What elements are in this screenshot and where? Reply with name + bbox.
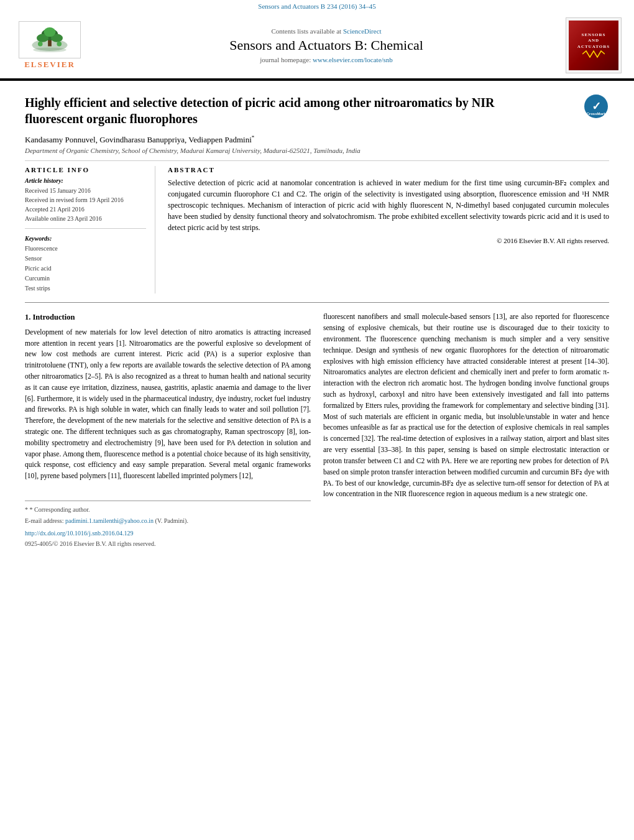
copyright-notice: © 2016 Elsevier B.V. All rights reserved… — [168, 237, 609, 244]
crossmark-svg: ✓ CrossMark — [586, 96, 606, 116]
article-info-abstract-row: ARTICLE INFO Article history: Received 1… — [25, 160, 609, 293]
intro-para-right: fluorescent nanofibers and small molecul… — [323, 312, 609, 500]
page: Sensors and Actuators B 234 (2016) 34–45 — [0, 0, 634, 840]
intro-para1: Development of new materials for low lev… — [25, 327, 311, 482]
sciencedirect-link[interactable]: ScienceDirect — [343, 27, 382, 35]
abstract-heading: ABSTRACT — [168, 166, 609, 173]
contents-line: Contents lists available at ScienceDirec… — [87, 27, 566, 35]
email-person-name: (V. Padmini). — [155, 517, 188, 524]
abstract-text: Selective detection of picric acid at na… — [168, 177, 609, 233]
keywords-label: Keywords: — [25, 235, 146, 242]
doi-block: http://dx.doi.org/10.1016/j.snb.2016.04.… — [25, 528, 311, 539]
keyword-test-strips: Test strips — [25, 284, 146, 293]
journal-ref: Sensors and Actuators B 234 (2016) 34–45 — [258, 2, 375, 10]
svg-text:CrossMark: CrossMark — [586, 112, 606, 116]
body-two-col: 1. Introduction Development of new mater… — [0, 312, 634, 548]
intro-title-text: Introduction — [33, 313, 75, 321]
corresponding-label: * Corresponding author. — [30, 506, 90, 513]
journal-header: ELSEVIER Contents lists available at Sci… — [0, 12, 634, 80]
elsevier-logo-image — [19, 21, 81, 58]
keywords-list: Keywords: Fluorescence Sensor Picric aci… — [25, 235, 146, 293]
corresponding-asterisk: * — [25, 506, 30, 513]
crossmark-badge: ✓ CrossMark — [584, 95, 609, 119]
abstract-col: ABSTRACT Selective detection of picric a… — [168, 166, 609, 293]
affiliation: Department of Organic Chemistry, School … — [25, 147, 609, 154]
homepage-text: journal homepage: — [260, 56, 311, 63]
article-title-row: Highly efficient and selective detection… — [25, 95, 609, 131]
elsevier-brand-text: ELSEVIER — [24, 60, 75, 70]
doi-link[interactable]: http://dx.doi.org/10.1016/j.snb.2016.04.… — [25, 530, 134, 537]
article-outer: Highly efficient and selective detection… — [0, 80, 634, 293]
svg-point-6 — [38, 42, 43, 47]
article-history-label: Article history: — [25, 177, 146, 184]
sensors-wave-icon — [582, 50, 605, 58]
keyword-picric-acid: Picric acid — [25, 264, 146, 274]
contents-text: Contents lists available at — [271, 27, 341, 35]
elsevier-logo: ELSEVIER — [12, 21, 87, 70]
body-left-col: 1. Introduction Development of new mater… — [25, 312, 311, 548]
article-area: Highly efficient and selective detection… — [0, 87, 634, 293]
footnote-separator — [25, 501, 311, 505]
crossmark-circle: ✓ CrossMark — [584, 95, 608, 118]
article-info-heading: ARTICLE INFO — [25, 166, 146, 173]
authors: Kandasamy Ponnuvel, Govindharasu Banuppr… — [25, 134, 609, 145]
sensors-logo-inner: SENSORSANDACTUATORS — [569, 21, 618, 70]
corresponding-note: * * Corresponding author. — [25, 505, 311, 515]
authors-text: Kandasamy Ponnuvel, Govindharasu Banuppr… — [25, 135, 252, 144]
email-address[interactable]: padimini.1.tamilenthi@yahoo.co.in — [65, 517, 154, 524]
issn-line: 0925-4005/© 2016 Elsevier B.V. All right… — [25, 539, 311, 549]
article-title: Highly efficient and selective detection… — [25, 95, 535, 127]
journal-main-title: Sensors and Actuators B: Chemical — [87, 37, 566, 53]
svg-point-5 — [44, 27, 55, 37]
sensors-logo-text: SENSORSANDACTUATORS — [577, 32, 610, 49]
intro-section-title: 1. Introduction — [25, 312, 311, 323]
homepage-line: journal homepage: www.elsevier.com/locat… — [87, 56, 566, 63]
keyword-fluorescence: Fluorescence — [25, 244, 146, 254]
email-label-text: E-mail address: — [25, 517, 63, 524]
keyword-curcumin: Curcumin — [25, 274, 146, 284]
homepage-url[interactable]: www.elsevier.com/locate/snb — [313, 56, 393, 63]
intro-number: 1. — [25, 313, 30, 321]
corresponding-sup: * — [252, 134, 255, 141]
journal-title-center: Contents lists available at ScienceDirec… — [87, 27, 566, 63]
section-divider — [25, 302, 609, 303]
keyword-sensor: Sensor — [25, 254, 146, 264]
received-date: Received 15 January 2016 — [25, 186, 146, 195]
svg-text:✓: ✓ — [592, 100, 601, 113]
elsevier-tree-svg — [25, 27, 75, 52]
top-ref-line: Sensors and Actuators B 234 (2016) 34–45 — [0, 0, 634, 12]
email-footnote: E-mail address: padimini.1.tamilenthi@ya… — [25, 516, 311, 526]
revised-date: Received in revised form 19 April 2016 — [25, 195, 146, 205]
accepted-date: Accepted 21 April 2016 — [25, 205, 146, 214]
sensors-logo: SENSORSANDACTUATORS — [566, 17, 622, 73]
body-right-col: fluorescent nanofibers and small molecul… — [323, 312, 609, 548]
available-date: Available online 23 April 2016 — [25, 214, 146, 223]
svg-point-7 — [57, 42, 62, 47]
article-info-col: ARTICLE INFO Article history: Received 1… — [25, 166, 155, 293]
svg-point-8 — [33, 47, 66, 52]
